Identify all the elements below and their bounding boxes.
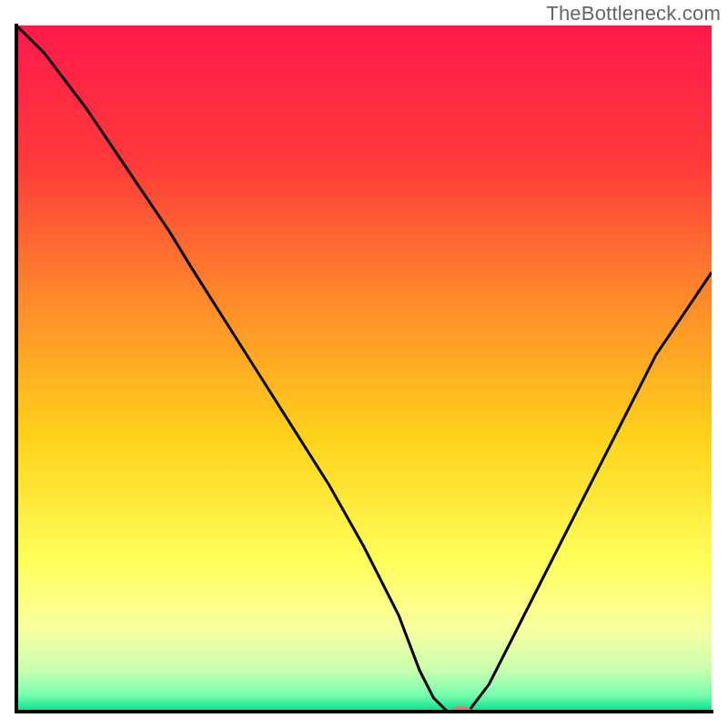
bottleneck-chart — [0, 0, 728, 728]
watermark-text: TheBottleneck.com — [546, 2, 721, 25]
gradient-background — [16, 25, 712, 712]
chart-container: TheBottleneck.com — [0, 0, 728, 728]
plot-area — [15, 24, 713, 717]
